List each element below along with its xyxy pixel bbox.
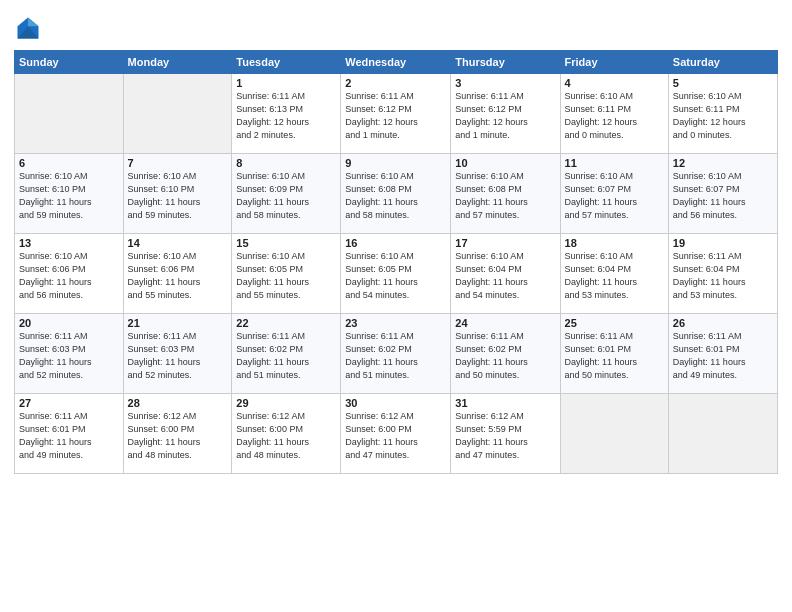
calendar-cell [560,394,668,474]
day-number: 8 [236,157,336,169]
day-info: Sunrise: 6:10 AM Sunset: 6:08 PM Dayligh… [345,170,446,222]
calendar-cell: 31Sunrise: 6:12 AM Sunset: 5:59 PM Dayli… [451,394,560,474]
calendar-week-row: 1Sunrise: 6:11 AM Sunset: 6:13 PM Daylig… [15,74,778,154]
calendar-cell: 23Sunrise: 6:11 AM Sunset: 6:02 PM Dayli… [341,314,451,394]
day-info: Sunrise: 6:11 AM Sunset: 6:12 PM Dayligh… [345,90,446,142]
day-number: 2 [345,77,446,89]
day-number: 16 [345,237,446,249]
calendar-week-row: 6Sunrise: 6:10 AM Sunset: 6:10 PM Daylig… [15,154,778,234]
day-info: Sunrise: 6:12 AM Sunset: 6:00 PM Dayligh… [345,410,446,462]
day-info: Sunrise: 6:10 AM Sunset: 6:04 PM Dayligh… [565,250,664,302]
calendar-cell: 29Sunrise: 6:12 AM Sunset: 6:00 PM Dayli… [232,394,341,474]
day-info: Sunrise: 6:10 AM Sunset: 6:05 PM Dayligh… [345,250,446,302]
calendar-cell: 24Sunrise: 6:11 AM Sunset: 6:02 PM Dayli… [451,314,560,394]
day-number: 25 [565,317,664,329]
day-number: 28 [128,397,228,409]
calendar-cell: 10Sunrise: 6:10 AM Sunset: 6:08 PM Dayli… [451,154,560,234]
logo [14,14,46,42]
calendar-cell: 16Sunrise: 6:10 AM Sunset: 6:05 PM Dayli… [341,234,451,314]
calendar-cell: 21Sunrise: 6:11 AM Sunset: 6:03 PM Dayli… [123,314,232,394]
calendar-cell: 3Sunrise: 6:11 AM Sunset: 6:12 PM Daylig… [451,74,560,154]
day-number: 22 [236,317,336,329]
weekday-header: Saturday [668,51,777,74]
calendar-cell: 27Sunrise: 6:11 AM Sunset: 6:01 PM Dayli… [15,394,124,474]
day-number: 1 [236,77,336,89]
weekday-header: Tuesday [232,51,341,74]
calendar-cell: 13Sunrise: 6:10 AM Sunset: 6:06 PM Dayli… [15,234,124,314]
calendar-cell: 17Sunrise: 6:10 AM Sunset: 6:04 PM Dayli… [451,234,560,314]
day-number: 6 [19,157,119,169]
day-number: 19 [673,237,773,249]
header [14,10,778,42]
day-info: Sunrise: 6:11 AM Sunset: 6:02 PM Dayligh… [236,330,336,382]
svg-marker-1 [28,18,39,27]
day-number: 17 [455,237,555,249]
day-number: 26 [673,317,773,329]
day-info: Sunrise: 6:11 AM Sunset: 6:01 PM Dayligh… [673,330,773,382]
day-number: 18 [565,237,664,249]
calendar-cell: 2Sunrise: 6:11 AM Sunset: 6:12 PM Daylig… [341,74,451,154]
day-info: Sunrise: 6:10 AM Sunset: 6:05 PM Dayligh… [236,250,336,302]
day-number: 7 [128,157,228,169]
calendar-cell: 5Sunrise: 6:10 AM Sunset: 6:11 PM Daylig… [668,74,777,154]
day-info: Sunrise: 6:10 AM Sunset: 6:11 PM Dayligh… [673,90,773,142]
calendar-cell: 11Sunrise: 6:10 AM Sunset: 6:07 PM Dayli… [560,154,668,234]
day-number: 23 [345,317,446,329]
day-info: Sunrise: 6:11 AM Sunset: 6:13 PM Dayligh… [236,90,336,142]
day-number: 11 [565,157,664,169]
day-number: 14 [128,237,228,249]
weekday-header: Wednesday [341,51,451,74]
day-number: 13 [19,237,119,249]
weekday-header: Thursday [451,51,560,74]
day-info: Sunrise: 6:11 AM Sunset: 6:03 PM Dayligh… [128,330,228,382]
calendar-week-row: 13Sunrise: 6:10 AM Sunset: 6:06 PM Dayli… [15,234,778,314]
calendar-cell: 18Sunrise: 6:10 AM Sunset: 6:04 PM Dayli… [560,234,668,314]
day-info: Sunrise: 6:11 AM Sunset: 6:01 PM Dayligh… [19,410,119,462]
day-number: 3 [455,77,555,89]
day-info: Sunrise: 6:12 AM Sunset: 6:00 PM Dayligh… [236,410,336,462]
calendar-cell: 28Sunrise: 6:12 AM Sunset: 6:00 PM Dayli… [123,394,232,474]
day-info: Sunrise: 6:11 AM Sunset: 6:01 PM Dayligh… [565,330,664,382]
calendar-cell: 15Sunrise: 6:10 AM Sunset: 6:05 PM Dayli… [232,234,341,314]
day-info: Sunrise: 6:10 AM Sunset: 6:06 PM Dayligh… [19,250,119,302]
day-info: Sunrise: 6:10 AM Sunset: 6:09 PM Dayligh… [236,170,336,222]
calendar-cell: 30Sunrise: 6:12 AM Sunset: 6:00 PM Dayli… [341,394,451,474]
day-info: Sunrise: 6:10 AM Sunset: 6:10 PM Dayligh… [128,170,228,222]
day-number: 10 [455,157,555,169]
calendar-cell [123,74,232,154]
calendar-cell: 1Sunrise: 6:11 AM Sunset: 6:13 PM Daylig… [232,74,341,154]
calendar-cell: 8Sunrise: 6:10 AM Sunset: 6:09 PM Daylig… [232,154,341,234]
logo-icon [14,14,42,42]
day-info: Sunrise: 6:12 AM Sunset: 5:59 PM Dayligh… [455,410,555,462]
day-info: Sunrise: 6:12 AM Sunset: 6:00 PM Dayligh… [128,410,228,462]
day-number: 31 [455,397,555,409]
day-info: Sunrise: 6:10 AM Sunset: 6:06 PM Dayligh… [128,250,228,302]
calendar-cell [15,74,124,154]
day-number: 20 [19,317,119,329]
calendar-week-row: 27Sunrise: 6:11 AM Sunset: 6:01 PM Dayli… [15,394,778,474]
weekday-header: Sunday [15,51,124,74]
calendar-cell [668,394,777,474]
day-info: Sunrise: 6:10 AM Sunset: 6:11 PM Dayligh… [565,90,664,142]
day-number: 9 [345,157,446,169]
calendar-cell: 14Sunrise: 6:10 AM Sunset: 6:06 PM Dayli… [123,234,232,314]
calendar-cell: 9Sunrise: 6:10 AM Sunset: 6:08 PM Daylig… [341,154,451,234]
day-info: Sunrise: 6:11 AM Sunset: 6:12 PM Dayligh… [455,90,555,142]
day-info: Sunrise: 6:11 AM Sunset: 6:02 PM Dayligh… [455,330,555,382]
day-number: 24 [455,317,555,329]
day-info: Sunrise: 6:10 AM Sunset: 6:07 PM Dayligh… [565,170,664,222]
calendar-cell: 4Sunrise: 6:10 AM Sunset: 6:11 PM Daylig… [560,74,668,154]
page: SundayMondayTuesdayWednesdayThursdayFrid… [0,0,792,612]
calendar-cell: 25Sunrise: 6:11 AM Sunset: 6:01 PM Dayli… [560,314,668,394]
day-info: Sunrise: 6:11 AM Sunset: 6:02 PM Dayligh… [345,330,446,382]
day-number: 5 [673,77,773,89]
calendar-cell: 26Sunrise: 6:11 AM Sunset: 6:01 PM Dayli… [668,314,777,394]
day-info: Sunrise: 6:10 AM Sunset: 6:10 PM Dayligh… [19,170,119,222]
calendar-cell: 20Sunrise: 6:11 AM Sunset: 6:03 PM Dayli… [15,314,124,394]
day-number: 30 [345,397,446,409]
weekday-header-row: SundayMondayTuesdayWednesdayThursdayFrid… [15,51,778,74]
day-number: 27 [19,397,119,409]
day-info: Sunrise: 6:10 AM Sunset: 6:08 PM Dayligh… [455,170,555,222]
day-info: Sunrise: 6:11 AM Sunset: 6:03 PM Dayligh… [19,330,119,382]
day-number: 12 [673,157,773,169]
